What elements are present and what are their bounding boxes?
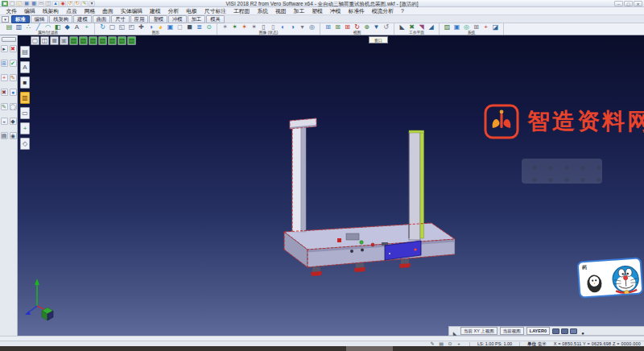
copy-icon[interactable]: ◫ — [45, 1, 52, 6]
tab-应用[interactable]: 应用 — [130, 15, 149, 23]
entity-list-icon[interactable]: ▤ — [20, 46, 30, 58]
undo-icon[interactable]: ↺ — [67, 1, 73, 6]
view-cube-iso2-icon[interactable]: ▧ — [127, 36, 136, 45]
new-document-icon[interactable]: ▢ — [9, 1, 15, 6]
filter-points-icon[interactable]: ∴ — [24, 23, 33, 31]
view-cube-top-icon[interactable]: ▧ — [69, 36, 78, 45]
tab-曲面[interactable]: 曲面 — [93, 15, 111, 23]
color-swatch-2-icon[interactable] — [561, 328, 568, 334]
add-entity-icon[interactable]: + — [20, 122, 30, 134]
menu-item-模流分析[interactable]: 模流分析 — [368, 7, 397, 15]
print-icon[interactable]: ▭ — [38, 1, 44, 6]
bounding-box-icon[interactable]: ▭ — [20, 107, 30, 119]
regen-view-icon[interactable]: ⊙ — [204, 23, 213, 31]
brush-icon[interactable]: ✎ — [81, 1, 88, 6]
tab-加工[interactable]: 加工 — [188, 15, 206, 23]
attributes-icon[interactable]: ▤ — [5, 23, 14, 31]
tab-模具[interactable]: 模具 — [206, 15, 225, 23]
menu-item-工程图[interactable]: 工程图 — [230, 7, 254, 15]
axes-origin-icon[interactable]: + — [1, 74, 8, 81]
menu-item-文件[interactable]: 文件 — [2, 7, 21, 15]
render-shaded-icon[interactable]: ◼ — [50, 36, 59, 45]
filter-reset-icon[interactable]: + — [82, 23, 91, 31]
import-icon[interactable]: ▲ — [52, 1, 59, 6]
menu-item-电极[interactable]: 电极 — [183, 7, 201, 15]
render-shaded-edges-icon[interactable]: ▣ — [60, 36, 68, 45]
menu-item-?[interactable]: ? — [397, 7, 407, 15]
redo-icon[interactable]: ↻ — [74, 1, 80, 6]
save-icon[interactable]: ▦ — [23, 1, 30, 6]
filter-solids-icon[interactable]: ◆ — [63, 23, 72, 31]
menu-item-点云[interactable]: 点云 — [63, 7, 81, 15]
menu-item-实体编辑[interactable]: 实体编辑 — [117, 7, 146, 15]
menu-item-视图[interactable]: 视图 — [272, 7, 291, 15]
menu-item-标准件[interactable]: 标准件 — [345, 7, 368, 15]
view-cube-left-icon[interactable]: ▧ — [98, 36, 107, 45]
half-section-left-icon[interactable]: ◐ — [279, 23, 287, 31]
annotate-icon[interactable]: ▤ — [1, 132, 8, 139]
wireframe-toggle-icon[interactable]: ▣ — [166, 23, 175, 31]
image-dropdown-icon[interactable]: ▾ — [298, 23, 307, 31]
filter-text-icon[interactable]: A — [72, 23, 81, 31]
view-indicator[interactable]: 当前视图 — [500, 327, 524, 335]
erase-icon[interactable]: ✖ — [1, 89, 8, 96]
workplane-standard-icon[interactable]: ◣ — [398, 23, 407, 31]
color-swatch-1-icon[interactable] — [552, 328, 559, 334]
menu-item-冲模[interactable]: 冲模 — [326, 7, 345, 15]
pan-icon[interactable]: ✚ — [137, 23, 146, 31]
diamond-snap-icon[interactable]: ◇ — [20, 138, 30, 150]
menu-item-塑模[interactable]: 塑模 — [308, 7, 327, 15]
hide-entities-icon[interactable]: ◻ — [175, 23, 184, 31]
visi-logo-icon[interactable]: ▣ — [2, 1, 8, 6]
delete-entity-icon[interactable]: ✖ — [10, 45, 17, 52]
snapshot-camera-icon[interactable]: ◉ — [10, 132, 17, 139]
close-button[interactable]: ✕ — [634, 1, 642, 6]
show-all-icon[interactable]: ◼ — [185, 23, 194, 31]
select-arrow-icon[interactable]: ▸ — [1, 45, 8, 52]
view-previous-icon[interactable]: ↺ — [382, 23, 390, 31]
system-info-icon[interactable]: ◪ — [491, 23, 500, 31]
layer-indicator[interactable]: LAYER0 — [526, 327, 550, 335]
menu-item-加工[interactable]: 加工 — [290, 7, 308, 15]
save-all-icon[interactable]: ▩ — [31, 1, 37, 6]
image-shaded-edges-icon[interactable]: ✶ — [250, 23, 258, 31]
color-swatch-3-icon[interactable] — [570, 328, 577, 334]
image-shaded-icon[interactable]: ✶ — [240, 23, 249, 31]
view-isometric-icon[interactable]: ⊞ — [343, 23, 352, 31]
layer-manager-icon[interactable]: ▣ — [452, 23, 461, 31]
view-cube-right-icon[interactable]: ▧ — [89, 36, 97, 45]
menu-item-系统[interactable]: 系统 — [254, 7, 272, 15]
render-wireframe-icon[interactable]: ▢ — [31, 36, 39, 45]
sphere-entity-icon[interactable]: ● — [10, 89, 17, 96]
workplane-from-view-icon[interactable]: ◢ — [427, 23, 436, 31]
workplane-indicator[interactable]: 当前 XY 上视图 — [460, 327, 497, 335]
view-cube-front-icon[interactable]: ▧ — [79, 36, 88, 45]
zoom-all-icon[interactable]: ▢ — [108, 23, 117, 31]
edit-pencil-icon[interactable]: ✎ — [10, 74, 17, 81]
menu-item-编辑[interactable]: 编辑 — [21, 7, 39, 15]
zoom-window-icon[interactable]: ◱ — [118, 23, 126, 31]
menu-item-尺寸标注[interactable]: 尺寸标注 — [200, 7, 229, 15]
paint-attributes-icon[interactable]: ✎ — [1, 103, 8, 110]
menu-item-建模[interactable]: 建模 — [147, 7, 165, 15]
menu-item-曲面[interactable]: 曲面 — [99, 7, 118, 15]
maximize-button[interactable]: ▢ — [624, 1, 633, 6]
redraw-icon[interactable]: ↻ — [98, 23, 107, 31]
tab-建模[interactable]: 建模 — [73, 15, 92, 23]
filter-all-icon[interactable]: ▥ — [14, 23, 23, 31]
confirm-check-icon[interactable]: ✔ — [10, 60, 17, 67]
view-normal-icon[interactable]: ▼ — [372, 23, 381, 31]
view-front-icon[interactable]: ⊞ — [333, 23, 342, 31]
graphic-list-icon[interactable]: ≣ — [195, 23, 204, 31]
toolbar-collapse-button[interactable]: ▾ — [2, 16, 9, 23]
half-section-right-icon[interactable]: ◑ — [288, 23, 297, 31]
tab-塑模[interactable]: 塑模 — [149, 15, 167, 23]
delete-icon[interactable]: ◉ — [60, 1, 66, 6]
dark-display-icon[interactable]: ■ — [20, 76, 30, 89]
snap-settings-icon[interactable]: + — [481, 23, 490, 31]
text-style-icon[interactable]: A — [20, 61, 30, 73]
view-cube-back-icon[interactable]: ▧ — [108, 36, 117, 45]
minimize-button[interactable]: ─ — [614, 1, 623, 6]
snap-grid-icon[interactable]: ⊞ — [1, 60, 8, 67]
toolbar-options-dropdown-icon[interactable]: ▾ — [89, 1, 95, 6]
